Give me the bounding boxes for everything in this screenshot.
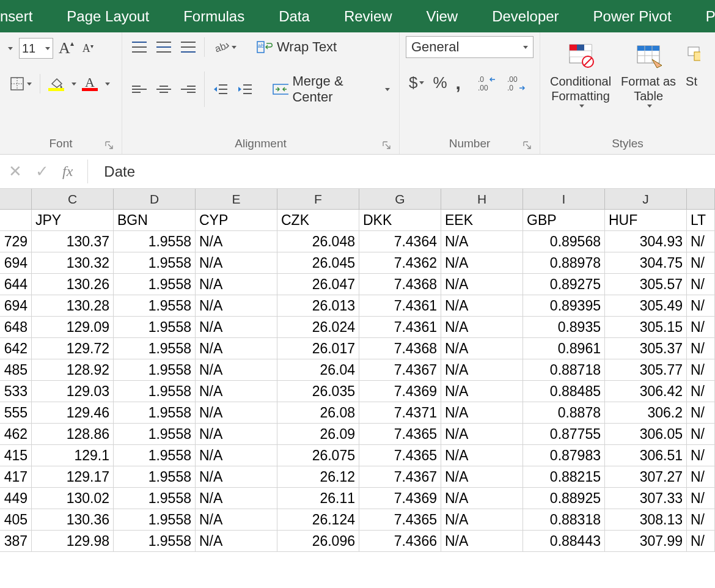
cell[interactable]: 555 bbox=[0, 402, 32, 423]
cell[interactable]: 417 bbox=[0, 466, 32, 487]
cell-styles-button[interactable]: St bbox=[682, 36, 700, 89]
cell[interactable]: 129.98 bbox=[32, 531, 114, 551]
cell[interactable]: LT bbox=[687, 210, 715, 230]
cell[interactable]: 305.15 bbox=[605, 317, 687, 337]
cell[interactable]: 306.05 bbox=[605, 424, 687, 444]
cell[interactable]: 0.8878 bbox=[523, 402, 605, 423]
column-header-partial-b[interactable] bbox=[0, 189, 32, 209]
cell[interactable]: CZK bbox=[277, 210, 359, 230]
cell[interactable]: 7.4369 bbox=[359, 381, 441, 402]
tab-data[interactable]: Data bbox=[262, 0, 327, 32]
cell[interactable]: N/A bbox=[441, 531, 523, 551]
orientation-button[interactable]: ab bbox=[210, 37, 240, 57]
cell[interactable]: 0.89275 bbox=[523, 274, 605, 295]
number-format-combo[interactable]: General bbox=[406, 36, 534, 58]
column-header-e[interactable]: E bbox=[196, 189, 277, 209]
cell[interactable]: 129.09 bbox=[32, 317, 114, 337]
cell[interactable]: 26.09 bbox=[277, 424, 359, 444]
cell[interactable]: 642 bbox=[0, 338, 32, 359]
increase-font-size-button[interactable]: A▴ bbox=[56, 36, 77, 61]
conditional-formatting-button[interactable]: Conditional Formatting bbox=[546, 36, 615, 108]
cell[interactable]: N/ bbox=[687, 359, 715, 380]
cell[interactable]: 1.9558 bbox=[114, 338, 196, 359]
cell[interactable]: 7.4365 bbox=[359, 445, 441, 466]
cell[interactable]: 306.2 bbox=[605, 402, 687, 423]
cell[interactable]: 405 bbox=[0, 509, 32, 530]
tab-insert[interactable]: nsert bbox=[0, 0, 50, 32]
cell[interactable]: BGN bbox=[114, 210, 196, 230]
cell[interactable]: N/A bbox=[441, 488, 523, 509]
cell[interactable]: N/ bbox=[687, 445, 715, 466]
cell[interactable]: N/ bbox=[687, 531, 715, 551]
cell[interactable]: 7.4371 bbox=[359, 402, 441, 423]
cell[interactable]: N/A bbox=[196, 488, 277, 509]
cell[interactable]: 307.99 bbox=[605, 531, 687, 551]
cell[interactable]: 1.9558 bbox=[114, 274, 196, 295]
cell[interactable]: 305.49 bbox=[605, 295, 687, 316]
cell[interactable]: N/ bbox=[687, 252, 715, 273]
cell[interactable]: GBP bbox=[523, 210, 605, 230]
cell[interactable]: 130.36 bbox=[32, 509, 114, 530]
cell[interactable]: 128.86 bbox=[32, 424, 114, 444]
cell[interactable]: 1.9558 bbox=[114, 359, 196, 380]
cell[interactable]: 304.93 bbox=[605, 231, 687, 252]
cell[interactable]: 1.9558 bbox=[114, 531, 196, 551]
cell[interactable]: N/A bbox=[196, 338, 277, 359]
cell[interactable]: 1.9558 bbox=[114, 424, 196, 444]
formula-bar-input[interactable]: Date bbox=[94, 163, 715, 180]
cell[interactable]: 26.013 bbox=[277, 295, 359, 316]
column-header-j[interactable]: J bbox=[605, 189, 687, 209]
cell[interactable]: 7.4367 bbox=[359, 466, 441, 487]
cell[interactable]: 307.27 bbox=[605, 466, 687, 487]
cell[interactable]: 0.88318 bbox=[523, 509, 605, 530]
cell[interactable]: JPY bbox=[32, 210, 114, 230]
cell[interactable]: N/A bbox=[441, 295, 523, 316]
cell[interactable]: 0.88443 bbox=[523, 531, 605, 551]
decrease-indent-button[interactable] bbox=[210, 79, 232, 99]
cell[interactable]: 129.72 bbox=[32, 338, 114, 359]
cell[interactable]: 449 bbox=[0, 488, 32, 509]
cell[interactable]: 0.88718 bbox=[523, 359, 605, 380]
cell[interactable]: 0.8935 bbox=[523, 317, 605, 337]
cell[interactable]: N/A bbox=[196, 381, 277, 402]
format-as-table-button[interactable]: Format as Table bbox=[617, 36, 680, 108]
alignment-dialog-launcher[interactable] bbox=[382, 141, 392, 150]
cell[interactable]: N/A bbox=[196, 445, 277, 466]
number-dialog-launcher[interactable] bbox=[522, 141, 532, 150]
cell[interactable]: N/A bbox=[441, 338, 523, 359]
cell[interactable]: 7.4364 bbox=[359, 231, 441, 252]
cell[interactable]: 0.88978 bbox=[523, 252, 605, 273]
cell[interactable]: N/ bbox=[687, 231, 715, 252]
font-color-caret-icon[interactable] bbox=[105, 83, 110, 86]
cell[interactable]: 644 bbox=[0, 274, 32, 295]
percent-format-button[interactable]: % bbox=[430, 70, 450, 95]
font-color-button[interactable]: A bbox=[79, 73, 101, 94]
cell[interactable]: N/A bbox=[196, 295, 277, 316]
column-header-h[interactable]: H bbox=[441, 189, 523, 209]
cell[interactable]: 129.03 bbox=[32, 381, 114, 402]
tab-formulas[interactable]: Formulas bbox=[166, 0, 262, 32]
align-top-button[interactable] bbox=[128, 37, 150, 57]
cell[interactable]: 0.89395 bbox=[523, 295, 605, 316]
cell[interactable]: 7.4366 bbox=[359, 531, 441, 551]
increase-indent-button[interactable] bbox=[234, 79, 256, 99]
cell[interactable]: N/ bbox=[687, 295, 715, 316]
cell[interactable]: N/A bbox=[196, 359, 277, 380]
cell[interactable]: 26.124 bbox=[277, 509, 359, 530]
cell[interactable]: 26.048 bbox=[277, 231, 359, 252]
cell[interactable]: N/A bbox=[441, 466, 523, 487]
cell[interactable]: 1.9558 bbox=[114, 488, 196, 509]
cell[interactable]: 26.11 bbox=[277, 488, 359, 509]
align-center-button[interactable] bbox=[153, 79, 175, 99]
decrease-font-size-button[interactable]: A▾ bbox=[79, 39, 97, 58]
cell[interactable]: N/A bbox=[196, 424, 277, 444]
cell[interactable]: 415 bbox=[0, 445, 32, 466]
cell[interactable]: 1.9558 bbox=[114, 509, 196, 530]
cell[interactable]: N/A bbox=[441, 231, 523, 252]
align-left-button[interactable] bbox=[128, 79, 150, 99]
cell[interactable]: 129.17 bbox=[32, 466, 114, 487]
cell[interactable]: 307.33 bbox=[605, 488, 687, 509]
cell[interactable]: EEK bbox=[441, 210, 523, 230]
cell[interactable]: 26.12 bbox=[277, 466, 359, 487]
cell[interactable]: N/A bbox=[196, 231, 277, 252]
